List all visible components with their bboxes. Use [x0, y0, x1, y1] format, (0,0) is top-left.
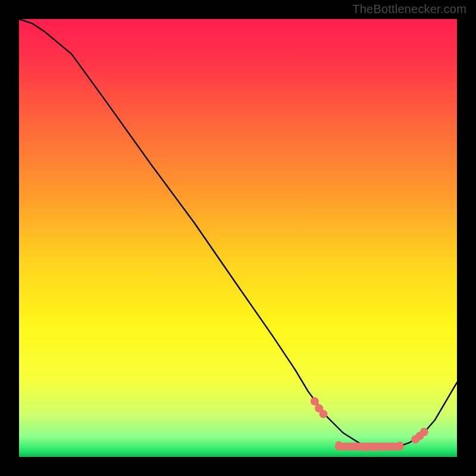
marker-dot: [379, 444, 386, 451]
marker-dot: [371, 445, 377, 452]
marker-dot: [397, 441, 403, 448]
marker-dot: [320, 410, 328, 418]
marker-dot: [311, 397, 319, 406]
marker-dot: [336, 441, 342, 447]
gradient-background: [19, 19, 457, 457]
attribution-label: TheBottlenecker.com: [352, 2, 466, 16]
marker-dot: [353, 444, 359, 450]
marker-dot: [420, 428, 428, 436]
chart-container: TheBottlenecker.com: [0, 0, 476, 476]
chart-svg: [19, 19, 457, 457]
marker-dot: [388, 443, 394, 450]
plot-area: [19, 19, 457, 457]
marker-dot: [362, 445, 368, 452]
marker-dot: [345, 443, 351, 449]
